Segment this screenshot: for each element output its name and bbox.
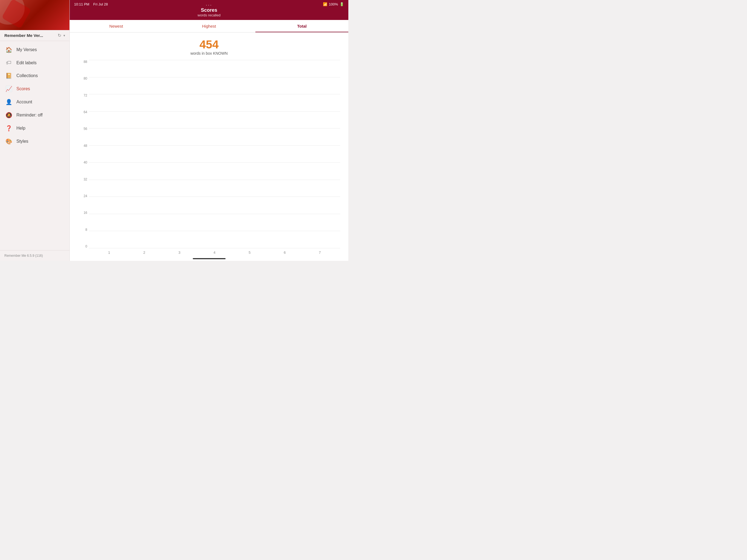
- tabs-bar: NewestHighestTotal: [70, 20, 349, 32]
- sidebar-item-collections[interactable]: 📔 Collections: [0, 69, 70, 82]
- status-right: 📶 100% 🔋: [323, 2, 344, 6]
- collections-label: Collections: [17, 73, 38, 78]
- grid-line: [89, 248, 340, 248]
- y-label-40: 40: [84, 160, 87, 164]
- x-label-3: 3: [167, 251, 192, 255]
- app-name: Remember Me Ver...: [4, 33, 55, 38]
- chart-grid: 78 87 39 67 49 65 69: [89, 60, 340, 248]
- y-label-16: 16: [84, 211, 87, 215]
- y-label-56: 56: [84, 127, 87, 131]
- styles-icon: 🎨: [5, 138, 12, 145]
- help-label: Help: [17, 126, 25, 131]
- account-icon: 👤: [5, 99, 12, 105]
- bar-value-6: 65: [283, 235, 287, 239]
- scores-icon: 📈: [5, 85, 12, 92]
- edit-labels-icon: 🏷: [5, 59, 12, 66]
- bar-chart: 8880726456484032241680 78 87 39 67 49 65: [78, 60, 340, 256]
- my-verses-icon: 🏠: [5, 47, 12, 53]
- bar-value-7: 69: [318, 235, 321, 239]
- sidebar-item-my-verses[interactable]: 🏠 My Verses: [0, 43, 70, 56]
- y-label-72: 72: [84, 94, 87, 97]
- sidebar-item-edit-labels[interactable]: 🏷 Edit labels: [0, 56, 70, 69]
- y-axis: 8880726456484032241680: [78, 60, 89, 256]
- date: Fri Jul 28: [93, 2, 108, 6]
- my-verses-label: My Verses: [17, 47, 37, 52]
- x-label-5: 5: [237, 251, 262, 255]
- sidebar-art: [0, 0, 70, 30]
- sidebar-header: Remember Me Ver... ↻ ▾: [0, 30, 70, 41]
- sidebar-item-styles[interactable]: 🎨 Styles: [0, 135, 70, 148]
- y-label-8: 8: [85, 228, 87, 232]
- account-label: Account: [17, 100, 32, 104]
- main-content: 10:11 PM Fri Jul 28 📶 100% 🔋 ··· Scores …: [70, 0, 349, 261]
- dropdown-icon[interactable]: ▾: [63, 34, 65, 37]
- y-label-80: 80: [84, 77, 87, 80]
- edit-labels-label: Edit labels: [17, 60, 36, 65]
- collections-icon: 📔: [5, 73, 12, 79]
- help-icon: ❓: [5, 125, 12, 131]
- sidebar-item-scores[interactable]: 📈 Scores: [0, 82, 70, 96]
- bar-group-2: 87: [132, 235, 157, 240]
- score-label: words in box KNOWN: [190, 51, 228, 55]
- bar-value-3: 39: [177, 235, 181, 239]
- x-label-6: 6: [272, 251, 297, 255]
- bar-value-1: 78: [107, 235, 111, 239]
- y-label-24: 24: [84, 194, 87, 198]
- bar-group-4: 67: [202, 235, 227, 240]
- bar-group-6: 65: [272, 235, 297, 240]
- x-label-1: 1: [97, 251, 121, 255]
- tab-newest[interactable]: Newest: [70, 20, 163, 32]
- y-label-48: 48: [84, 144, 87, 148]
- chart-area: 454 words in box KNOWN 88807264564840322…: [70, 32, 349, 261]
- y-label-0: 0: [85, 245, 87, 248]
- total-score: 454: [199, 38, 218, 51]
- tab-highest[interactable]: Highest: [163, 20, 256, 32]
- sidebar-nav: 🏠 My Verses 🏷 Edit labels 📔 Collections …: [0, 41, 70, 250]
- status-time-date: 10:11 PM Fri Jul 28: [74, 2, 108, 6]
- x-axis: 1234567: [89, 248, 340, 256]
- sidebar: Remember Me Ver... ↻ ▾ 🏠 My Verses 🏷 Edi…: [0, 0, 70, 261]
- battery: 100%: [329, 2, 338, 6]
- refresh-icon[interactable]: ↻: [58, 33, 61, 38]
- bar-group-1: 78: [97, 235, 121, 240]
- sidebar-footer: Remember Me 6.5.9 (116): [0, 250, 70, 261]
- sidebar-item-help[interactable]: ❓ Help: [0, 122, 70, 135]
- reminder-label: Reminder: off: [17, 113, 43, 118]
- page-title: Scores: [201, 7, 217, 13]
- bar-value-2: 87: [143, 235, 146, 239]
- x-label-4: 4: [202, 251, 227, 255]
- scroll-indicator: [193, 258, 226, 259]
- wifi-icon: 📶: [323, 2, 327, 6]
- bar-value-4: 67: [213, 235, 216, 239]
- x-label-2: 2: [132, 251, 157, 255]
- more-icon[interactable]: ···: [206, 2, 212, 8]
- topbar: 10:11 PM Fri Jul 28 📶 100% 🔋 ··· Scores …: [70, 0, 349, 20]
- bars-row: 78 87 39 67 49 65 69: [89, 60, 340, 240]
- bar-group-7: 69: [308, 235, 332, 240]
- sidebar-item-account[interactable]: 👤 Account: [0, 96, 70, 108]
- page-subtitle: words recalled: [198, 13, 221, 17]
- bar-value-5: 49: [248, 235, 251, 239]
- battery-icon: 🔋: [340, 2, 344, 6]
- y-label-88: 88: [84, 60, 87, 64]
- reminder-icon: 🔕: [5, 112, 12, 119]
- y-label-32: 32: [84, 177, 87, 181]
- app-version: Remember Me 6.5.9 (116): [4, 254, 43, 258]
- time: 10:11 PM: [74, 2, 89, 6]
- scores-label: Scores: [17, 86, 30, 91]
- tab-total[interactable]: Total: [255, 20, 349, 32]
- bar-group-3: 39: [167, 235, 192, 240]
- bar-group-5: 49: [237, 235, 262, 240]
- y-label-64: 64: [84, 110, 87, 114]
- sidebar-item-reminder[interactable]: 🔕 Reminder: off: [0, 108, 70, 122]
- chart-inner: 78 87 39 67 49 65 69 1234567: [89, 60, 340, 256]
- x-label-7: 7: [308, 251, 332, 255]
- styles-label: Styles: [17, 139, 28, 144]
